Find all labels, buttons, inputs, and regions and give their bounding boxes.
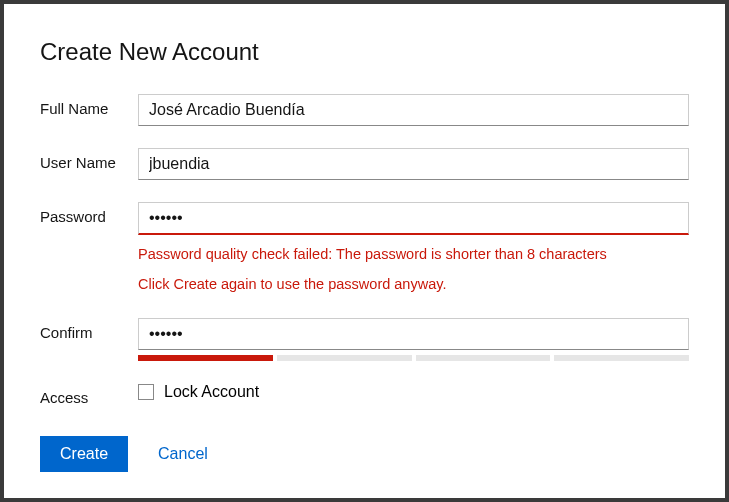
row-username: User Name xyxy=(40,148,689,180)
modal-actions: Create Cancel xyxy=(40,436,689,472)
fullname-input[interactable] xyxy=(138,94,689,126)
strength-seg-1 xyxy=(138,355,273,361)
row-access: Access Lock Account xyxy=(40,383,689,406)
password-error-line2: Click Create again to use the password a… xyxy=(138,273,689,295)
label-access: Access xyxy=(40,383,138,406)
cancel-button[interactable]: Cancel xyxy=(158,445,208,463)
label-fullname: Full Name xyxy=(40,94,138,117)
lock-account-label: Lock Account xyxy=(164,383,259,401)
strength-seg-3 xyxy=(416,355,551,361)
label-username: User Name xyxy=(40,148,138,171)
label-password: Password xyxy=(40,202,138,225)
password-input[interactable] xyxy=(138,202,689,235)
lock-account-checkbox[interactable] xyxy=(138,384,154,400)
password-error-line1: Password quality check failed: The passw… xyxy=(138,243,689,265)
username-input[interactable] xyxy=(138,148,689,180)
strength-seg-2 xyxy=(277,355,412,361)
password-strength-bar xyxy=(138,355,689,361)
strength-seg-4 xyxy=(554,355,689,361)
row-fullname: Full Name xyxy=(40,94,689,126)
label-confirm: Confirm xyxy=(40,318,138,341)
row-password: Password Password quality check failed: … xyxy=(40,202,689,296)
row-confirm: Confirm xyxy=(40,318,689,361)
modal-title: Create New Account xyxy=(40,38,689,66)
create-account-modal: Create New Account Full Name User Name P… xyxy=(4,4,725,498)
confirm-input[interactable] xyxy=(138,318,689,350)
create-button[interactable]: Create xyxy=(40,436,128,472)
